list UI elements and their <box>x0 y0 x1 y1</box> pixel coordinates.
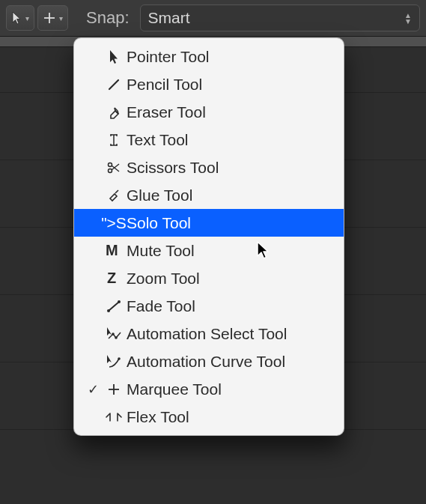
pencil-icon <box>101 77 127 92</box>
menu-item-label: Pointer Tool <box>127 48 332 66</box>
chevron-down-icon: ▾ <box>59 14 63 22</box>
menu-item-eraser-tool[interactable]: Eraser Tool <box>74 98 344 126</box>
svg-point-15 <box>118 357 121 360</box>
updown-icon: ▲▼ <box>404 13 412 24</box>
glue-icon <box>101 188 127 203</box>
scissors-icon <box>101 160 127 175</box>
fade-icon <box>101 299 127 314</box>
snap-label: Snap: <box>86 8 130 28</box>
menu-item-label: Scissors Tool <box>127 159 332 177</box>
secondary-tool-button[interactable]: ▾ <box>37 5 68 31</box>
marquee-icon <box>43 11 56 25</box>
menu-item-label: Solo Tool <box>127 214 332 232</box>
marquee-icon <box>101 382 127 397</box>
chevron-down-icon: ▾ <box>25 14 29 22</box>
menu-item-label: Flex Tool <box>127 408 332 426</box>
menu-item-solo-tool[interactable]: ">SSolo Tool <box>74 209 344 237</box>
flex-icon <box>101 411 127 423</box>
menu-item-mute-tool[interactable]: MMute Tool <box>74 237 344 264</box>
zoom-icon: Z <box>101 270 127 287</box>
pointer-tool-button[interactable]: ▾ <box>6 5 34 31</box>
menu-item-pointer-tool[interactable]: Pointer Tool <box>74 43 344 70</box>
snap-select[interactable]: Smart ▲▼ <box>140 4 421 31</box>
toolbar: ▾ ▾ Snap: Smart ▲▼ <box>0 0 426 37</box>
svg-line-7 <box>115 190 118 193</box>
automation-select-icon <box>101 327 127 341</box>
svg-line-10 <box>109 302 119 311</box>
snap-value: Smart <box>148 9 190 27</box>
checkmark-icon: ✓ <box>85 381 101 398</box>
menu-item-label: Mute Tool <box>127 242 332 260</box>
menu-item-pencil-tool[interactable]: Pencil Tool <box>74 70 344 98</box>
menu-item-text-tool[interactable]: Text Tool <box>74 126 344 154</box>
menu-item-label: Text Tool <box>127 131 332 149</box>
svg-text:M: M <box>106 243 118 258</box>
tool-menu[interactable]: Pointer ToolPencil ToolEraser ToolText T… <box>73 37 344 436</box>
menu-item-glue-tool[interactable]: Glue Tool <box>74 181 344 209</box>
menu-item-marquee-tool[interactable]: ✓Marquee Tool <box>74 375 344 403</box>
menu-item-label: Automation Select Tool <box>127 325 332 343</box>
menu-item-label: Pencil Tool <box>127 76 332 94</box>
menu-item-zoom-tool[interactable]: ZZoom Tool <box>74 264 344 292</box>
automation-curve-icon <box>101 354 127 369</box>
pointer-icon <box>11 11 22 25</box>
menu-item-fade-tool[interactable]: Fade Tool <box>74 292 344 320</box>
menu-item-label: Glue Tool <box>127 186 332 204</box>
menu-item-scissors-tool[interactable]: Scissors Tool <box>74 154 344 181</box>
svg-line-2 <box>109 80 118 89</box>
menu-item-label: Zoom Tool <box>127 270 332 288</box>
menu-item-automation-curve-tool[interactable]: Automation Curve Tool <box>74 347 344 375</box>
svg-point-12 <box>118 300 121 303</box>
svg-point-14 <box>115 336 118 339</box>
mute-icon: M <box>101 243 127 259</box>
svg-point-13 <box>112 333 115 336</box>
solo-icon: ">S <box>101 214 127 232</box>
menu-item-label: Fade Tool <box>127 297 332 315</box>
pointer-icon <box>101 49 127 64</box>
eraser-icon <box>101 105 127 120</box>
menu-item-label: Eraser Tool <box>127 103 332 121</box>
menu-item-automation-select-tool[interactable]: Automation Select Tool <box>74 320 344 347</box>
menu-item-label: Marquee Tool <box>127 380 332 398</box>
menu-item-label: Automation Curve Tool <box>127 353 332 371</box>
menu-item-flex-tool[interactable]: Flex Tool <box>74 403 344 431</box>
svg-text:Z: Z <box>107 270 116 286</box>
text-icon <box>101 133 127 148</box>
svg-point-11 <box>107 309 110 312</box>
